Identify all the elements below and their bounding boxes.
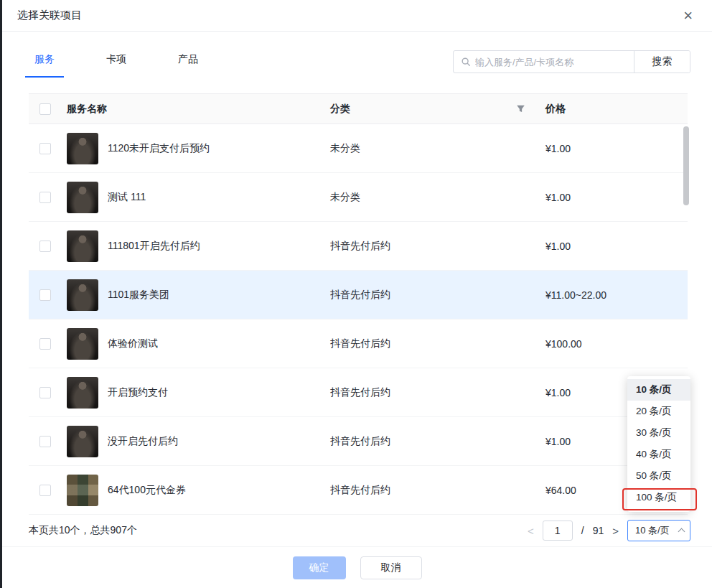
service-name: 体验价测试 <box>108 337 158 350</box>
page-size-option[interactable]: 50 条/页 <box>627 465 690 487</box>
window-edge <box>0 0 2 588</box>
column-header-price: 价格 <box>535 103 688 116</box>
service-thumbnail <box>67 182 98 213</box>
pager: < / 91 > 10 条/页 <box>528 520 690 541</box>
service-name: 测试 111 <box>108 191 146 204</box>
toolbar: 服务 卡项 产品 搜索 <box>2 32 712 78</box>
search-input[interactable] <box>475 57 629 67</box>
table-row[interactable]: 测试 111 未分类 ¥1.00 <box>29 173 688 222</box>
service-category: 未分类 <box>330 191 535 204</box>
service-category: 抖音先付后约 <box>330 435 535 448</box>
table-row[interactable]: 体验价测试 抖音先付后约 ¥100.00 <box>29 319 688 368</box>
modal-header: 选择关联项目 × <box>2 0 712 32</box>
row-checkbox[interactable] <box>39 241 51 252</box>
search-button[interactable]: 搜索 <box>634 51 690 73</box>
table-body: 1120未开启支付后预约 未分类 ¥1.00 测试 111 未分类 ¥1.00 … <box>29 124 688 515</box>
tab-card-item[interactable]: 卡项 <box>106 49 126 78</box>
chevron-left-icon[interactable]: < <box>528 525 534 537</box>
service-category: 抖音先付后约 <box>330 289 535 302</box>
service-thumbnail <box>67 279 98 311</box>
table-header: 服务名称 分类 价格 <box>29 93 688 124</box>
page-summary: 本页共10个，总共907个 <box>29 524 137 537</box>
page-size-option[interactable]: 30 条/页 <box>627 422 690 444</box>
page-size-option[interactable]: 100 条/页 <box>627 487 690 508</box>
confirm-button[interactable]: 确定 <box>293 556 346 579</box>
action-bar: 确定 取消 <box>2 546 712 588</box>
page-size-option[interactable]: 40 条/页 <box>627 444 690 465</box>
close-icon[interactable]: × <box>683 8 693 24</box>
page-separator: / <box>581 525 584 536</box>
service-name: 没开启先付后约 <box>108 435 178 448</box>
tab-service[interactable]: 服务 <box>34 49 55 78</box>
table-row[interactable]: 1101服务美团 抖音先付后约 ¥11.00~22.00 <box>29 271 688 319</box>
table-row[interactable]: 64代100元代金券 抖音先付后约 ¥64.00 <box>29 466 688 515</box>
row-checkbox[interactable] <box>39 485 51 496</box>
page-size-select[interactable]: 10 条/页 <box>627 520 690 541</box>
service-name: 开启预约支付 <box>108 386 168 399</box>
row-checkbox[interactable] <box>39 192 51 203</box>
page-number-input[interactable] <box>543 521 573 541</box>
column-header-service-name: 服务名称 <box>63 103 330 116</box>
chevron-up-icon <box>678 528 685 536</box>
service-price: ¥100.00 <box>535 338 688 350</box>
service-thumbnail <box>67 475 98 506</box>
filter-icon[interactable] <box>516 104 525 113</box>
service-name: 1120未开启支付后预约 <box>108 142 210 155</box>
chevron-right-icon[interactable]: > <box>612 525 619 537</box>
row-checkbox[interactable] <box>39 289 51 301</box>
service-thumbnail <box>67 426 98 457</box>
tab-product[interactable]: 产品 <box>178 49 198 78</box>
service-category: 抖音先付后约 <box>330 240 535 253</box>
page-size-option[interactable]: 20 条/页 <box>627 401 690 422</box>
search-group: 搜索 <box>453 50 690 73</box>
column-header-category: 分类 <box>330 103 350 116</box>
page-size-value: 10 条/页 <box>635 524 670 537</box>
page-size-menu: 10 条/页20 条/页30 条/页40 条/页50 条/页100 条/页 <box>627 376 690 512</box>
row-checkbox[interactable] <box>39 436 51 447</box>
page-size-option[interactable]: 10 条/页 <box>627 379 690 401</box>
total-pages: 91 <box>593 525 604 536</box>
search-input-wrap <box>454 51 634 73</box>
service-name: 1101服务美团 <box>108 289 169 302</box>
service-thumbnail <box>67 377 98 409</box>
modal-title: 选择关联项目 <box>17 9 82 22</box>
service-table: 服务名称 分类 价格 1120未开启支付后预约 未分类 ¥1.00 测试 111… <box>29 93 688 515</box>
table-row[interactable]: 1120未开启支付后预约 未分类 ¥1.00 <box>29 124 688 173</box>
service-category: 抖音先付后约 <box>330 337 535 350</box>
table-row[interactable]: 没开启先付后约 抖音先付后约 ¥1.00 <box>29 417 688 466</box>
row-checkbox[interactable] <box>39 143 51 154</box>
service-price: ¥1.00 <box>535 143 688 154</box>
tabs: 服务 卡项 产品 <box>34 49 250 78</box>
service-price: ¥11.00~22.00 <box>535 289 688 301</box>
modal-select-related-project: 选择关联项目 × 服务 卡项 产品 搜索 服务名称 分类 价格 <box>2 0 712 588</box>
service-name: 111801开启先付后约 <box>108 240 200 253</box>
select-all-checkbox[interactable] <box>39 103 51 115</box>
row-checkbox[interactable] <box>39 387 51 398</box>
service-price: ¥1.00 <box>535 192 688 203</box>
cancel-button[interactable]: 取消 <box>360 556 422 579</box>
service-thumbnail <box>67 133 98 164</box>
service-price: ¥1.00 <box>535 241 688 252</box>
service-category: 抖音先付后约 <box>330 484 535 497</box>
service-category: 未分类 <box>330 142 535 155</box>
row-checkbox[interactable] <box>39 338 51 350</box>
search-icon <box>461 57 471 67</box>
pagination-bar: 本页共10个，总共907个 < / 91 > 10 条/页 <box>2 515 712 546</box>
service-name: 64代100元代金券 <box>108 484 186 497</box>
service-thumbnail <box>67 230 98 262</box>
service-thumbnail <box>67 328 98 360</box>
table-row[interactable]: 开启预约支付 抖音先付后约 ¥1.00 <box>29 368 688 417</box>
table-row[interactable]: 111801开启先付后约 抖音先付后约 ¥1.00 <box>29 222 688 271</box>
service-category: 抖音先付后约 <box>330 386 535 399</box>
scrollbar-thumb[interactable] <box>683 126 689 205</box>
